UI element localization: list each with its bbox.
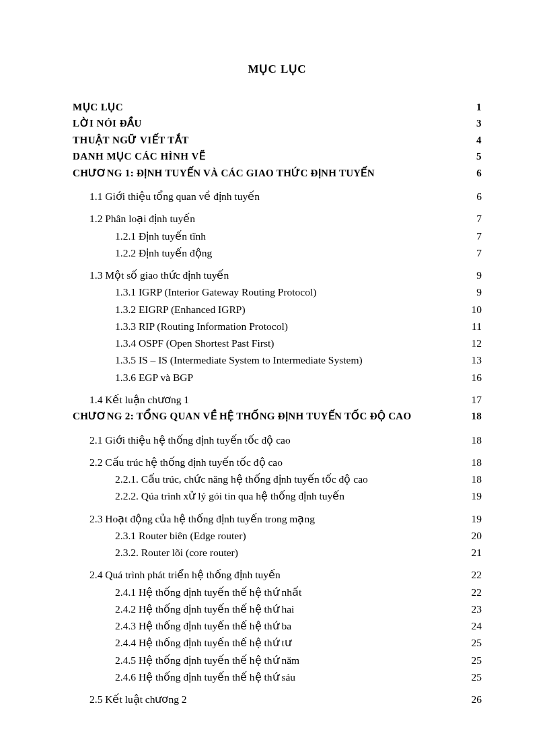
toc-entry: 1.2 Phân loại định tuyến 7 [73,211,482,226]
toc-label: 1.4 Kết luận chương 1 [89,392,453,407]
toc-entry: 1.1 Giới thiệu tổng quan về định tuyến 6 [73,188,482,204]
toc-label: 1.3.2 EIGRP (Enhanced IGRP) [115,302,453,317]
toc-entry: 1.3.2 EIGRP (Enhanced IGRP) 10 [73,302,482,317]
toc-label: 2.4 Quá trình phát triển hệ thống định t… [89,567,453,582]
toc-page: 10 [462,302,482,317]
toc-label: 2.2 Cấu trúc hệ thống định tuyến tốc độ … [89,454,453,470]
toc-entry: 1.2.2 Định tuyến động 7 [73,245,482,261]
toc-entry: 2.4.4 Hệ thống định tuyến thế hệ thứ tư … [73,635,482,650]
toc-entry: 1.4 Kết luận chương 1 17 [73,392,482,407]
toc-page: 5 [462,149,482,164]
toc-label: 2.4.5 Hệ thống định tuyến thế hệ thứ năm [115,652,453,668]
toc-label: 2.2.2. Qúa trình xử lý gói tin qua hệ th… [115,488,453,504]
toc-page: 22 [462,584,482,600]
toc-page: 9 [462,267,482,283]
toc-entry: 2.2.2. Qúa trình xử lý gói tin qua hệ th… [73,488,482,504]
toc-entry: 2.2.1. Cấu trúc, chức năng hệ thống định… [73,471,482,487]
toc-page: 25 [462,669,482,685]
toc-page: 18 [462,454,482,470]
toc-label: DANH MỤC CÁC HÌNH VẼ [73,149,453,164]
toc-label: MỤC LỤC [73,100,453,115]
toc-page: 19 [462,488,482,504]
toc-page: 13 [462,352,482,368]
toc-entry: 2.4 Quá trình phát triển hệ thống định t… [73,567,482,582]
toc-entry: 1.3.6 EGP và BGP 16 [73,370,482,385]
toc-entry: 2.2 Cấu trúc hệ thống định tuyến tốc độ … [73,454,482,470]
toc-label: 2.2.1. Cấu trúc, chức năng hệ thống định… [115,471,453,487]
toc-entry: 2.4.6 Hệ thống định tuyến thế hệ thứ sáu… [73,669,482,685]
toc-label: CHƯƠNG 2: TỔNG QUAN VỀ HỆ THỐNG ĐỊNH TUY… [73,409,453,424]
toc-page: 26 [462,691,482,707]
toc-label: 2.4.1 Hệ thống định tuyến thế hệ thứ nhấ… [115,584,453,600]
toc-label: 1.2.2 Định tuyến động [115,245,453,261]
toc-page: 25 [462,652,482,668]
toc-label: 1.2 Phân loại định tuyến [89,211,453,226]
toc-entry: 1.2.1 Định tuyến tĩnh 7 [73,228,482,244]
toc-label: 1.1 Giới thiệu tổng quan về định tuyến [89,188,453,204]
toc-entry: 2.5 Kết luật chương 2 26 [73,691,482,707]
toc-label: 1.3 Một số giao thức định tuyến [89,267,453,283]
toc-page: 16 [462,370,482,385]
toc-entry: 2.1 Giới thiệu hệ thống định tuyến tốc đ… [73,432,482,448]
toc-label: 1.3.1 IGRP (Interior Gateway Routing Pro… [115,284,453,300]
toc-page: 23 [462,601,482,617]
toc-page: 20 [462,528,482,543]
toc-label: 1.3.4 OSPF (Open Shortest Past First) [115,335,453,351]
toc-label: 2.3.1 Router biên (Edge router) [115,528,453,543]
toc-label: 2.3 Hoạt động của hệ thống định tuyến tr… [89,511,453,526]
toc-label: THUẬT NGỮ VIẾT TẮT [73,133,453,148]
toc-entry: 1.3 Một số giao thức định tuyến 9 [73,267,482,283]
toc-page: 9 [462,284,482,300]
toc-label: 1.3.6 EGP và BGP [115,370,453,385]
toc-page: 7 [462,211,482,226]
toc-entry: 1.3.3 RIP (Routing Information Protocol)… [73,318,482,334]
toc-entry: DANH MỤC CÁC HÌNH VẼ 5 [73,149,482,164]
toc-label: 2.1 Giới thiệu hệ thống định tuyến tốc đ… [89,432,453,448]
toc-page: 22 [462,567,482,582]
toc-entry: 2.4.3 Hệ thống định tuyến thế hệ thứ ba … [73,618,482,633]
toc-page: 18 [462,432,482,448]
toc-entry: 2.3.1 Router biên (Edge router) 20 [73,528,482,543]
toc-chapter: CHƯƠNG 1: ĐỊNH TUYẾN VÀ CÁC GIAO THỨC ĐỊ… [73,166,482,181]
toc-label: 1.3.5 IS – IS (Intermediate System to In… [115,352,453,368]
toc-label: 2.4.3 Hệ thống định tuyến thế hệ thứ ba [115,618,453,633]
toc-entry: 1.3.5 IS – IS (Intermediate System to In… [73,352,482,368]
toc-label: LỜI NÓI ĐẦU [73,116,453,131]
toc-label: CHƯƠNG 1: ĐỊNH TUYẾN VÀ CÁC GIAO THỨC ĐỊ… [73,166,453,181]
toc-page: 25 [462,635,482,650]
toc-page: 18 [462,409,482,424]
toc-page: 12 [462,335,482,351]
toc-entry: 2.3 Hoạt động của hệ thống định tuyến tr… [73,511,482,526]
toc-entry: 2.3.2. Router lõi (core router) 21 [73,545,482,560]
toc-label: 2.5 Kết luật chương 2 [89,691,453,707]
toc-page: 3 [462,116,482,131]
toc-page: 7 [462,245,482,261]
toc-page: 19 [462,511,482,526]
toc-entry: 1.3.1 IGRP (Interior Gateway Routing Pro… [73,284,482,300]
toc-label: 2.4.2 Hệ thống định tuyến thế hệ thứ hai [115,601,453,617]
toc-page: 6 [462,188,482,204]
page-title: MỤC LỤC [73,61,482,78]
toc-page: 1 [462,100,482,115]
toc-entry: 2.4.2 Hệ thống định tuyến thế hệ thứ hai… [73,601,482,617]
toc-page: 4 [462,133,482,148]
toc-entry: 2.4.5 Hệ thống định tuyến thế hệ thứ năm… [73,652,482,668]
toc-page: 11 [462,318,482,334]
toc-entry: THUẬT NGỮ VIẾT TẮT 4 [73,133,482,148]
toc-label: 1.2.1 Định tuyến tĩnh [115,228,453,244]
toc-page: 21 [462,545,482,560]
toc-entry: 2.4.1 Hệ thống định tuyến thế hệ thứ nhấ… [73,584,482,600]
toc-label: 2.4.6 Hệ thống định tuyến thế hệ thứ sáu [115,669,453,685]
toc-page: 18 [462,471,482,487]
toc-page: 7 [462,228,482,244]
toc-label: 2.4.4 Hệ thống định tuyến thế hệ thứ tư [115,635,453,650]
toc-page: 6 [462,166,482,181]
toc-label: 1.3.3 RIP (Routing Information Protocol) [115,318,453,334]
toc-chapter: CHƯƠNG 2: TỔNG QUAN VỀ HỆ THỐNG ĐỊNH TUY… [73,409,482,424]
toc-entry: LỜI NÓI ĐẦU 3 [73,116,482,131]
toc-page: 24 [462,618,482,633]
toc-entry: MỤC LỤC 1 [73,100,482,115]
toc-page: 17 [462,392,482,407]
toc-entry: 1.3.4 OSPF (Open Shortest Past First) 12 [73,335,482,351]
toc-label: 2.3.2. Router lõi (core router) [115,545,453,560]
